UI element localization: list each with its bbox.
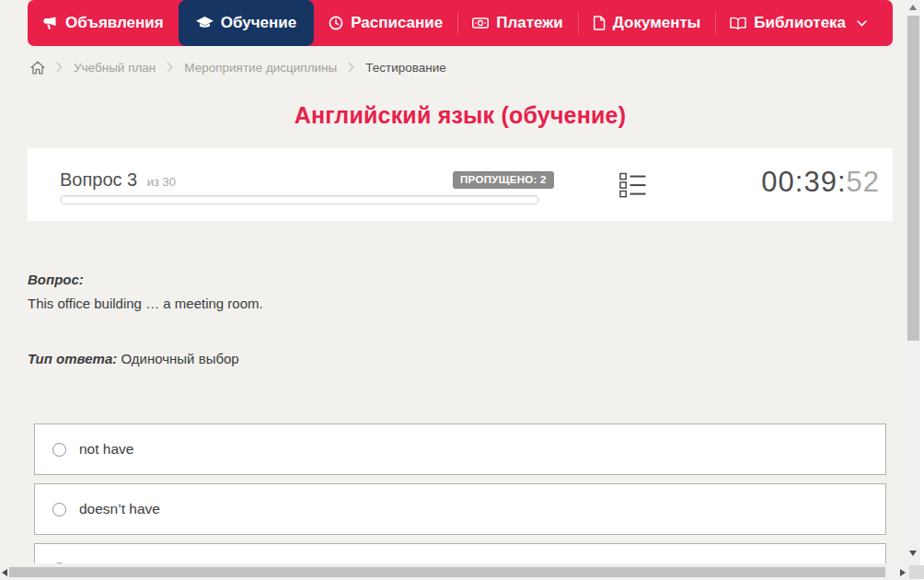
question-text: This office building … a meeting room. (28, 292, 893, 316)
nav-item-label: Обучение (221, 14, 296, 32)
nav-item-announcements[interactable]: Объявления (28, 0, 179, 46)
nav-item-label: Расписание (351, 14, 443, 32)
question-number: Вопрос 3 (60, 169, 137, 190)
megaphone-icon (42, 16, 58, 30)
nav-item-label: Документы (613, 14, 701, 32)
nav-item-label: Платежи (496, 14, 563, 32)
scroll-left-arrow[interactable] (2, 569, 7, 576)
quiz-progress-bar (60, 195, 539, 204)
nav-item-payments[interactable]: Платежи (457, 0, 578, 46)
vertical-scrollbar[interactable] (907, 0, 920, 565)
chevron-right-icon (167, 62, 173, 73)
nav-item-label: Библиотека (754, 14, 846, 32)
scroll-up-arrow[interactable] (909, 5, 917, 10)
question-list-button[interactable] (618, 171, 647, 201)
question-heading: Вопрос: (28, 268, 893, 292)
clock-icon (329, 16, 343, 30)
horizontal-scrollbar-thumb[interactable] (9, 567, 885, 577)
answer-options: not have doesn’t have hasn’t (28, 423, 893, 563)
horizontal-scrollbar[interactable] (0, 565, 909, 579)
banknote-icon (472, 17, 489, 29)
graduation-cap-icon (196, 17, 214, 30)
timer-seconds: 52 (847, 166, 880, 198)
quiz-header-panel: Вопрос 3 из 30 ПРОПУЩЕНО: 2 00:39:52 (28, 148, 893, 221)
question-total: из 30 (147, 175, 176, 189)
chevron-right-icon (56, 62, 63, 73)
radio-button[interactable] (52, 443, 66, 457)
timer-hours-minutes: 00:39: (761, 166, 846, 198)
question-counter: Вопрос 3 из 30 (60, 169, 176, 191)
open-book-icon (730, 17, 746, 30)
answer-option-label: doesn’t have (79, 501, 160, 517)
scroll-right-arrow[interactable] (900, 569, 906, 576)
answer-option[interactable]: hasn’t (34, 543, 886, 563)
radio-button[interactable] (52, 503, 66, 516)
home-icon[interactable] (30, 61, 45, 75)
chevron-right-icon (348, 62, 354, 73)
answer-option[interactable]: not have (34, 423, 886, 475)
quiz-timer: 00:39:52 (761, 166, 880, 199)
nav-item-library[interactable]: Библиотека (715, 0, 882, 46)
radio-button[interactable] (52, 563, 66, 564)
nav-item-documents[interactable]: Документы (578, 0, 716, 46)
question-block: Вопрос: This office building … a meeting… (28, 268, 893, 371)
answer-option[interactable]: doesn’t have (34, 483, 886, 535)
right-edge-strip (920, 0, 924, 580)
breadcrumb-study-plan[interactable]: Учебный план (74, 61, 156, 75)
answer-type-value: Одиночный выбор (121, 351, 238, 366)
scrollbar-corner (909, 565, 924, 579)
answer-type-line: Тип ответа: Одиночный выбор (28, 347, 893, 371)
nav-item-label: Объявления (65, 14, 164, 32)
skipped-badge: ПРОПУЩЕНО: 2 (453, 171, 554, 189)
nav-item-schedule[interactable]: Расписание (314, 0, 457, 46)
main-nav: Объявления Обучение Расписание Платежи Д… (28, 0, 893, 46)
question-list-icon (619, 172, 646, 201)
nav-item-training[interactable]: Обучение (179, 0, 314, 46)
scroll-down-arrow[interactable] (909, 551, 917, 556)
breadcrumb-testing: Тестирование (365, 61, 446, 75)
answer-option-label: hasn’t (79, 561, 117, 563)
page-title: Английский язык (обучение) (28, 102, 893, 129)
vertical-scrollbar-thumb[interactable] (907, 16, 919, 341)
answer-option-label: not have (79, 441, 133, 458)
breadcrumb: Учебный план Мероприятие дисциплины Тест… (28, 56, 893, 78)
answer-type-label: Тип ответа: (28, 351, 117, 366)
document-icon (593, 16, 606, 30)
chevron-down-icon (857, 20, 867, 27)
breadcrumb-discipline-event[interactable]: Мероприятие дисциплины (184, 61, 337, 75)
